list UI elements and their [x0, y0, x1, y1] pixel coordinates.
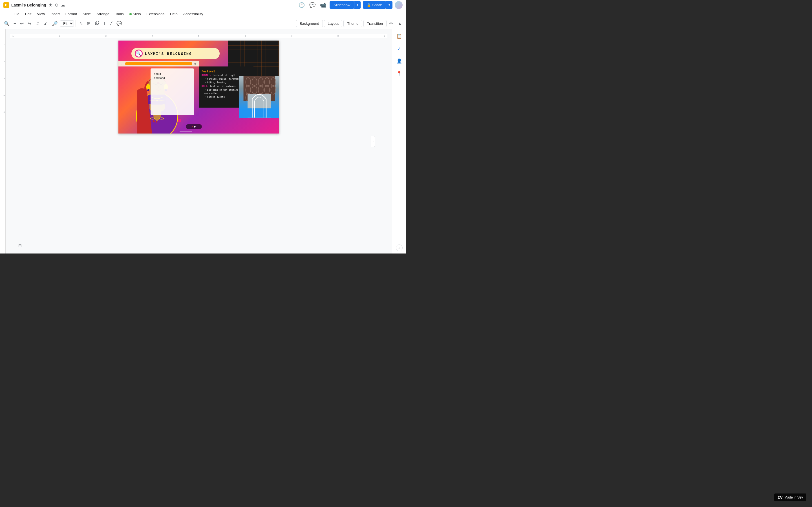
shape-tool[interactable]: ⊞ — [85, 20, 92, 27]
grid-view-button[interactable]: ⊞ — [18, 243, 22, 248]
zoom-plus-button[interactable]: + — [396, 244, 403, 251]
menu-edit[interactable]: Edit — [23, 11, 34, 17]
slideshow-button[interactable]: Slideshow — [329, 1, 354, 9]
menu-format[interactable]: Format — [63, 11, 79, 17]
camera-icon[interactable]: ⊙ — [55, 2, 58, 8]
share-button[interactable]: 🔒 Share — [363, 1, 386, 9]
avatar[interactable] — [395, 1, 403, 9]
separator-1 — [75, 20, 76, 27]
slides-panel-button[interactable]: 📋 — [395, 32, 404, 41]
zoom-select[interactable]: Fit — [60, 20, 74, 27]
ruler-mark-5: 5 — [0, 111, 5, 114]
slide-title-bar: 🔍 LAXMI'S BELONGING — [132, 48, 220, 59]
search-circle: 🔍 — [135, 50, 143, 57]
ruler-top-5: 5 — [198, 35, 199, 37]
festival-title: Festival: — [202, 69, 251, 74]
content-text-about: about — [154, 72, 191, 76]
collapse-btn[interactable]: ▲ — [396, 20, 404, 27]
print-button[interactable]: 🖨 — [34, 20, 42, 27]
menu-file[interactable]: File — [11, 11, 22, 17]
svg-rect-13 — [153, 120, 154, 122]
svg-rect-14 — [154, 121, 155, 122]
transition-button[interactable]: Transition — [363, 20, 387, 27]
meet-button[interactable]: 📹 — [319, 1, 327, 9]
menu-help[interactable]: Help — [168, 11, 180, 17]
back-arrow-icon[interactable]: ← — [121, 62, 123, 65]
zoom-in-button[interactable]: + — [12, 20, 18, 27]
expand-panel-arrow[interactable]: › — [371, 136, 375, 147]
svg-rect-32 — [248, 108, 271, 118]
app-icon: G — [3, 2, 9, 8]
comment-button[interactable]: 💬 — [308, 1, 317, 9]
layout-button[interactable]: Layout — [324, 20, 342, 27]
user-panel-button[interactable]: 👤 — [395, 56, 404, 65]
bottom-left-controls: ⊞ — [18, 243, 22, 248]
left-ruler: 1 2 3 4 5 — [0, 29, 6, 253]
theme-button[interactable]: Theme — [343, 20, 362, 27]
title-icons: ★ ⊙ ☁ — [49, 2, 65, 8]
star-bookmark-icon[interactable]: ★ — [194, 62, 197, 65]
main-area: 1 2 3 4 5 1 2 3 4 5 6 7 8 9 — [0, 29, 406, 253]
holi-desc: festival of colours — [210, 85, 236, 88]
nav-arrow-icon[interactable]: ▶ — [194, 125, 196, 128]
slide-canvas[interactable]: 🔍 LAXMI'S BELONGING ← ★ about and food F… — [118, 41, 279, 133]
svg-point-7 — [147, 89, 149, 91]
history-button[interactable]: 🕐 — [297, 1, 306, 9]
ruler-top-3: 3 — [105, 35, 106, 37]
redo-button[interactable]: ↪ — [26, 20, 33, 27]
menu-extensions[interactable]: Extensions — [144, 11, 167, 17]
ruler-top-8: 8 — [338, 35, 339, 37]
comment-add-tool[interactable]: 💬 — [115, 20, 124, 27]
text-tool[interactable]: T — [101, 20, 107, 27]
photo-right-section — [239, 76, 280, 118]
arch-svg — [239, 76, 280, 118]
undo-button[interactable]: ↩ — [18, 20, 26, 27]
content-text-food: and food — [154, 76, 191, 80]
image-tool[interactable]: 🖼 — [93, 20, 101, 27]
slide-bottom-nav: ≡ ▶ — [186, 124, 202, 129]
location-panel-button[interactable]: 📍 — [395, 69, 404, 78]
menu-accessibility[interactable]: Accessibility — [181, 11, 206, 17]
svg-rect-15 — [156, 121, 157, 122]
slide-title-text: LAXMI'S BELONGING — [145, 52, 192, 56]
ruler-top-2: 2 — [59, 35, 60, 37]
nav-lines-icon: ≡ — [192, 125, 193, 128]
slide-area[interactable]: 1 2 3 4 5 6 7 8 9 — [6, 29, 392, 253]
ruler-top-4: 4 — [152, 35, 153, 37]
ruler-top-1: 1 — [12, 35, 13, 37]
svg-point-6 — [146, 84, 150, 90]
paint-format-button[interactable]: 🖌 — [42, 20, 50, 27]
lock-icon: 🔒 — [367, 3, 371, 7]
cursor-tool[interactable]: ↖ — [78, 20, 85, 27]
check-panel-button[interactable]: ✓ — [395, 44, 404, 53]
menu-view[interactable]: View — [35, 11, 47, 17]
suggest-btn[interactable]: ✏ — [388, 20, 395, 27]
titlebar: G Laxmi's Belonging ★ ⊙ ☁ 🕐 💬 📹 Slidesho… — [0, 0, 406, 10]
star-icon[interactable]: ★ — [49, 2, 52, 8]
menubar: File Edit View Insert Format Slide Arran… — [0, 10, 406, 18]
pink-square-decoration — [178, 119, 181, 122]
ruler-top-7: 7 — [291, 35, 292, 37]
url-bar — [125, 62, 192, 65]
menu-arrange[interactable]: Arrange — [94, 11, 112, 17]
slido-dot — [130, 13, 132, 15]
browser-chrome: ← ★ — [118, 61, 199, 67]
menu-slido[interactable]: Slido — [127, 11, 143, 17]
line-tool[interactable]: ╱ — [108, 20, 114, 27]
ruler-mark-2: 2 — [0, 60, 5, 63]
right-panel: 📋 ✓ 👤 📍 + — [392, 29, 406, 253]
ruler-mark-3: 3 — [0, 77, 5, 80]
share-dropdown-button[interactable]: ▾ — [386, 1, 393, 9]
doc-title: Laxmi's Belonging — [11, 3, 46, 7]
menu-insert[interactable]: Insert — [48, 11, 62, 17]
slideshow-dropdown-button[interactable]: ▾ — [354, 1, 361, 9]
share-group: 🔒 Share ▾ — [363, 1, 393, 9]
menu-slide[interactable]: Slide — [80, 11, 93, 17]
diwali-desc: festival of Light — [213, 74, 236, 76]
menu-tools[interactable]: Tools — [113, 11, 126, 17]
zoom-out-button[interactable]: 🔍 — [2, 20, 11, 27]
zoom-fit-button[interactable]: 🔎 — [50, 20, 59, 27]
toolbar-actions: Background Layout Theme Transition ✏ ▲ — [296, 20, 404, 27]
background-button[interactable]: Background — [296, 20, 323, 27]
cloud-icon[interactable]: ☁ — [61, 2, 65, 8]
